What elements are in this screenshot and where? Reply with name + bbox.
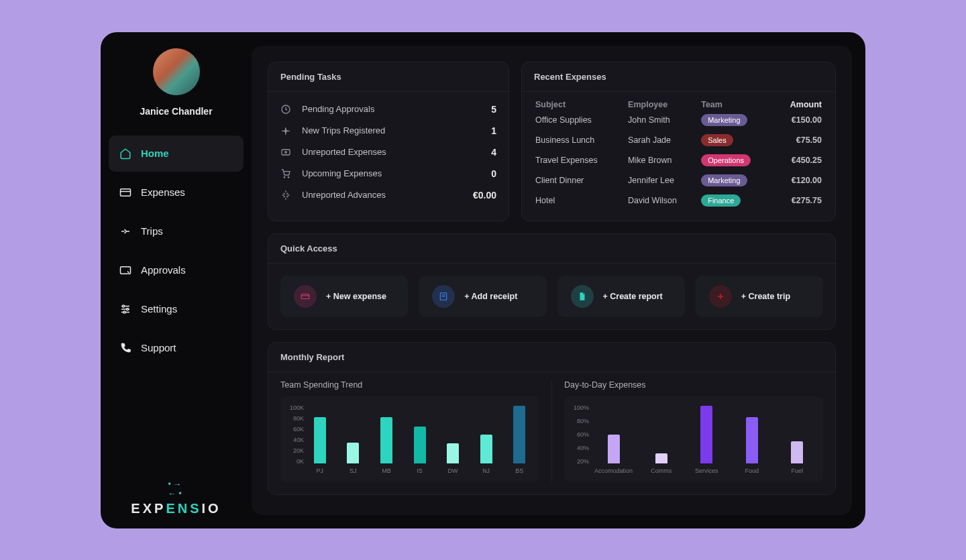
table-row[interactable]: Travel ExpensesMike BrownOperations€450.… xyxy=(535,151,822,170)
bar-label: MB xyxy=(382,467,391,474)
bar[interactable] xyxy=(655,453,667,463)
avatar[interactable] xyxy=(153,48,200,95)
ytick: 40% xyxy=(574,445,589,451)
bar[interactable] xyxy=(608,435,620,463)
card-title: Quick Access xyxy=(268,234,835,264)
cell-amount: €75.50 xyxy=(775,131,822,150)
cell-team: Operations xyxy=(701,151,773,170)
bar[interactable] xyxy=(513,406,525,463)
main: Pending Tasks Pending Approvals5New Trip… xyxy=(252,32,865,528)
bar[interactable] xyxy=(347,443,359,463)
pending-task-row[interactable]: Upcoming Expenses0 xyxy=(280,163,496,184)
chart-day-to-day: Day-to-Day Expenses 100%80%60%40%20%Acco… xyxy=(551,380,823,482)
task-label: New Trips Registered xyxy=(302,125,482,135)
col-employee: Employee xyxy=(628,100,700,109)
col-team: Team xyxy=(701,100,773,109)
table-row[interactable]: Business LunchSarah JadeSales€75.50 xyxy=(535,131,822,150)
bar-label: BS xyxy=(515,467,523,474)
task-label: Unreported Expenses xyxy=(302,147,482,157)
cell-employee: Mike Brown xyxy=(628,151,700,170)
quick-action-label: + Add receipt xyxy=(464,292,517,301)
cell-subject: Client Dinner xyxy=(535,171,627,190)
table-row[interactable]: HotelDavid WilsonFinance€275.75 xyxy=(535,191,822,210)
team-badge: Marketing xyxy=(701,174,747,186)
quick-action-label: + Create report xyxy=(603,292,663,301)
card-title: Recent Expenses xyxy=(522,62,835,92)
team-badge: Finance xyxy=(701,194,741,207)
nav: Home Expenses Trips Approvals Settings S… xyxy=(109,135,244,480)
task-icon xyxy=(280,168,292,179)
bar-col: Accomodation xyxy=(594,435,633,474)
ytick: 60% xyxy=(574,431,589,438)
bar[interactable] xyxy=(414,427,426,463)
brand-icon: •→←• xyxy=(109,480,244,498)
bar[interactable] xyxy=(746,417,758,463)
cell-team: Sales xyxy=(701,131,773,150)
nav-approvals[interactable]: Approvals xyxy=(109,252,244,288)
bar-label: DW xyxy=(448,467,458,474)
task-value: €0.00 xyxy=(473,190,496,201)
bar[interactable] xyxy=(700,406,712,463)
bar-label: PJ xyxy=(317,467,324,474)
cell-employee: John Smith xyxy=(628,111,700,129)
ytick: 20K xyxy=(290,447,304,454)
cell-team: Marketing xyxy=(701,111,773,129)
bar-label: Accomodation xyxy=(594,467,633,474)
bar-label: Food xyxy=(745,467,759,474)
bar[interactable] xyxy=(380,417,392,463)
bar[interactable] xyxy=(314,417,326,463)
quick-action-button[interactable]: + Add receipt xyxy=(419,276,546,317)
doc-icon xyxy=(571,285,594,308)
bar-col: IS xyxy=(409,427,431,474)
svg-rect-14 xyxy=(301,294,309,298)
nav-home[interactable]: Home xyxy=(109,135,244,172)
bar[interactable] xyxy=(447,443,459,463)
nav-settings[interactable]: Settings xyxy=(109,291,244,327)
bar[interactable] xyxy=(791,441,803,463)
bar-col: SJ xyxy=(343,443,364,474)
svg-point-6 xyxy=(123,305,125,307)
task-value: 5 xyxy=(491,104,496,115)
nav-expenses[interactable]: Expenses xyxy=(109,174,244,211)
ytick: 80% xyxy=(574,418,589,425)
recent-expenses-card: Recent Expenses Subject Employee Team Am… xyxy=(521,62,836,221)
chart-title: Day-to-Day Expenses xyxy=(564,380,823,390)
cell-amount: €120.00 xyxy=(775,171,822,190)
pending-task-row[interactable]: Unreported Advances€0.00 xyxy=(280,184,496,206)
quick-access-card: Quick Access + New expense+ Add receipt+… xyxy=(268,233,836,330)
task-icon xyxy=(280,104,292,115)
profile-block: Janice Chandler xyxy=(109,48,244,117)
ytick: 100% xyxy=(574,404,589,411)
bar-label: Comms xyxy=(651,467,672,474)
approvals-icon xyxy=(119,264,131,276)
task-label: Pending Approvals xyxy=(302,104,482,114)
trips-icon xyxy=(119,225,131,237)
monthly-report-card: Monthly Report Team Spending Trend 100K8… xyxy=(268,342,836,495)
pending-task-row[interactable]: Pending Approvals5 xyxy=(280,99,496,120)
bar[interactable] xyxy=(480,435,492,463)
nav-label: Expenses xyxy=(141,186,185,198)
pending-task-row[interactable]: Unreported Expenses4 xyxy=(280,142,496,163)
task-icon xyxy=(280,125,292,136)
bar-col: Fuel xyxy=(781,441,814,474)
bar-col: NJ xyxy=(476,435,497,474)
svg-point-8 xyxy=(123,311,125,313)
ytick: 80K xyxy=(290,415,304,422)
nav-trips[interactable]: Trips xyxy=(109,213,244,249)
bar-col: Food xyxy=(735,417,768,474)
table-row[interactable]: Client DinnerJennifer LeeMarketing€120.0… xyxy=(535,171,822,190)
cell-employee: David Wilson xyxy=(628,191,700,210)
task-label: Unreported Advances xyxy=(302,190,464,200)
quick-action-button[interactable]: + Create report xyxy=(557,276,685,317)
quick-action-button[interactable]: + New expense xyxy=(280,276,408,317)
bar-label: SJ xyxy=(350,467,357,474)
pending-task-row[interactable]: New Trips Registered1 xyxy=(280,120,496,142)
nav-support[interactable]: Support xyxy=(109,330,244,366)
quick-action-button[interactable]: + Create trip xyxy=(696,276,823,317)
table-row[interactable]: Office SuppliesJohn SmithMarketing€150.0… xyxy=(535,111,822,129)
task-icon xyxy=(280,190,292,201)
bar-label: IS xyxy=(417,467,423,474)
task-value: 4 xyxy=(491,147,496,158)
bar-label: Services xyxy=(695,467,718,474)
nav-label: Support xyxy=(141,342,176,353)
